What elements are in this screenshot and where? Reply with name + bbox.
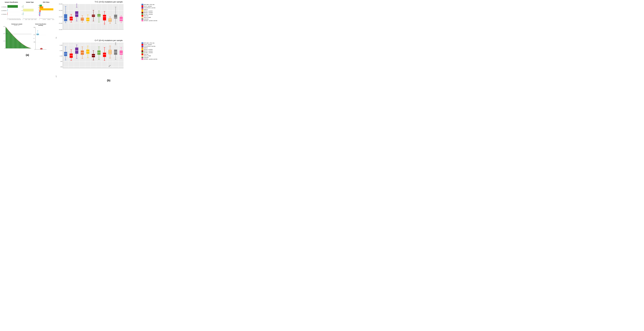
legend-label-nutm1: NUTM1 (144, 14, 148, 15)
legend-label-mef2d-suffix: −positive (148, 12, 153, 13)
svg-rect-85 (10, 32, 10, 48)
svg-text:1,475,434: 1,475,434 (42, 19, 46, 20)
ct-plot-title: C>T (G>A) mutations per sample (56, 39, 161, 42)
svg-text:40,000: 40,000 (16, 19, 18, 20)
svg-text:15,000: 15,000 (59, 29, 62, 30)
svg-rect-105 (19, 41, 19, 48)
ct-legend-color-etv6 (142, 46, 143, 47)
ct-legend-label-dux4: DUX4 (144, 44, 147, 45)
ct-legend: BCR-ABL1 (Ph)−like DUX4−positive ETV6-RU… (140, 42, 161, 77)
svg-rect-111 (22, 44, 22, 48)
svg-rect-110 (21, 43, 22, 48)
legend-item-nutm1: NUTM1−positive (142, 14, 161, 15)
vcs-title: Variant Classification summary (33, 24, 48, 26)
ct-legend-label-znf384: ZNF384 (144, 58, 148, 60)
ct-legend-item-pax5alt: PAX5 alt (142, 54, 161, 55)
svg-text:800: 800 (60, 61, 62, 62)
svg-rect-56 (40, 14, 40, 16)
svg-rect-92 (13, 36, 14, 48)
tc-y-label: TC (56, 3, 57, 39)
svg-rect-83 (9, 31, 9, 48)
svg-text:247: 247 (6, 33, 8, 34)
svg-text:T>C: T>C (38, 8, 39, 10)
svg-rect-100 (16, 39, 17, 48)
legend-color-nutm1 (142, 14, 143, 15)
legend-item-iamp21: iAMP21 (142, 8, 161, 10)
svg-text:0: 0 (4, 48, 5, 49)
ct-legend-label-iamp21: iAMP21 (144, 47, 148, 48)
vcs-svg: 0 108 217 326 N (33, 26, 48, 52)
ct-legend-color-pax5alt (142, 54, 143, 55)
legend-label-bcrabl1: BCR-ABL1 (144, 4, 150, 5)
svg-text:326: 326 (34, 27, 35, 28)
panel-a: Variant Classification Missense Mutation… (0, 0, 54, 83)
svg-text:247: 247 (3, 33, 5, 34)
svg-rect-124 (28, 47, 28, 48)
variant-type-chart: Variant Type TNP SNP DNP 0 (22, 2, 38, 22)
legend-color-pax5p80r (142, 17, 143, 18)
svg-text:TNP: TNP (22, 6, 22, 8)
legend-label-unknown-tc: Unknown (144, 18, 148, 20)
ct-legend-item-pax5p80r: PAX5 p.P80R (142, 55, 161, 57)
svg-rect-32 (23, 12, 24, 15)
legend-item-znf384: ZNF384−positive and like (142, 20, 161, 21)
svg-text:T>A: T>A (38, 7, 39, 8)
svg-text:10,000: 10,000 (8, 19, 11, 20)
legend-color-kmt2a (142, 10, 143, 12)
snv-title: SNV Class (43, 2, 50, 3)
ct-legend-item-nutm1: NUTM1−positive (142, 52, 161, 54)
svg-rect-121 (26, 46, 26, 48)
legend-label-znf384-suffix: −positive and like (148, 20, 158, 21)
svg-rect-205 (81, 18, 84, 20)
ct-plot-content: CT (56, 42, 161, 77)
vps-title: Variants per sample (2, 24, 32, 25)
panel-b-label: (b) (56, 79, 161, 82)
legend-label-kmt2a-suffix: −positive (148, 10, 153, 12)
tc-plot-content: TC (56, 3, 161, 39)
legend-label-etv6-suffix: and like (152, 7, 156, 8)
svg-rect-242 (114, 15, 117, 18)
svg-text:C>A: C>A (38, 14, 39, 15)
svg-rect-101 (17, 40, 18, 48)
svg-rect-48 (40, 6, 43, 8)
svg-text:25,000: 25,000 (59, 16, 62, 18)
legend-item-etv6: ETV6-RUNX1 and like (142, 7, 161, 8)
variant-classification-chart: Variant Classification Missense Mutation… (2, 2, 21, 22)
ct-legend-color-znf384 (142, 58, 143, 60)
legend-label-mef2d: MEF2D (144, 12, 148, 13)
svg-rect-109 (20, 43, 21, 48)
svg-rect-82 (8, 30, 9, 48)
svg-rect-229 (103, 15, 106, 20)
svg-rect-95 (14, 37, 15, 48)
ct-legend-label-pax5alt: PAX5 (144, 54, 146, 55)
svg-rect-119 (25, 46, 26, 48)
svg-text:1,400: 1,400 (60, 44, 62, 46)
svg-text:C>G: C>G (38, 12, 39, 14)
svg-text:30,000: 30,000 (14, 19, 16, 20)
svg-text:108: 108 (34, 42, 35, 42)
svg-rect-186 (64, 14, 67, 21)
svg-rect-287 (70, 54, 73, 58)
svg-rect-127 (29, 48, 29, 48)
svg-rect-86 (10, 32, 11, 48)
svg-text:0: 0 (23, 19, 23, 20)
svg-rect-89 (12, 34, 12, 48)
svg-text:40,000: 40,000 (34, 19, 36, 20)
legend-label-kmt2a: KMT2A (144, 10, 148, 12)
svg-text:30,000: 30,000 (31, 19, 34, 20)
svg-text:10,000: 10,000 (25, 19, 27, 20)
ct-y-label: CT (56, 42, 57, 77)
ct-legend-item-znf384: ZNF384−positive and like (142, 58, 161, 60)
ct-boxplot-svg: 1,400 1,200 1,000 800 600 (57, 42, 140, 72)
legend-item-pax5p80r: PAX5 p.P80R (142, 17, 161, 18)
svg-text:2,950,869: 2,950,869 (47, 19, 50, 20)
svg-rect-90 (12, 35, 12, 48)
vt-title: Variant Type (26, 2, 34, 3)
svg-text:20,000: 20,000 (11, 19, 14, 20)
svg-text:T>G: T>G (38, 5, 39, 6)
vps-svg: 0 123 247 371 247 (2, 26, 32, 52)
svg-rect-50 (40, 8, 53, 10)
ct-legend-item-iamp21: iAMP21 (142, 47, 161, 49)
legend-item-mef2d: MEF2D−positive (142, 12, 161, 13)
legend-item-unknown-tc: Unknown (142, 18, 161, 20)
